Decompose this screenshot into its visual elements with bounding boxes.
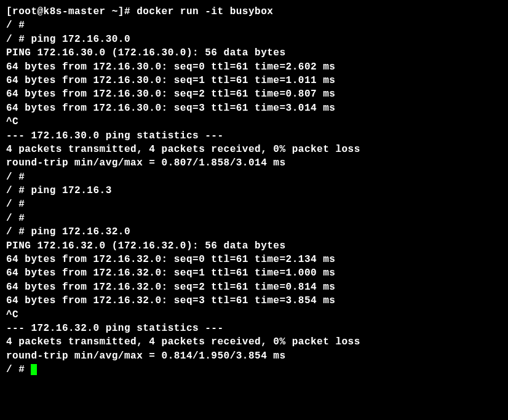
interrupt: ^C	[6, 308, 502, 322]
docker-command: docker run -it busybox	[137, 6, 273, 17]
shell-prompt-line: / #	[6, 197, 502, 211]
ping-reply: 64 bytes from 172.16.32.0: seq=3 ttl=61 …	[6, 294, 502, 307]
ping-reply: 64 bytes from 172.16.30.0: seq=0 ttl=61 …	[6, 60, 502, 74]
host-prompt-line: [root@k8s-master ~]# docker run -it busy…	[6, 5, 502, 18]
ping-reply: 64 bytes from 172.16.30.0: seq=2 ttl=61 …	[6, 87, 502, 101]
cursor	[31, 364, 37, 375]
ping-stats-header: --- 172.16.32.0 ping statistics ---	[6, 322, 502, 335]
ping-reply: 64 bytes from 172.16.30.0: seq=3 ttl=61 …	[6, 101, 502, 115]
interrupt: ^C	[6, 115, 502, 129]
ping-stats-packets: 4 packets transmitted, 4 packets receive…	[6, 335, 502, 349]
host-prompt: [root@k8s-master ~]#	[6, 6, 137, 17]
ping-command: ping 172.16.30.0	[31, 34, 130, 45]
shell-prompt-line: / # ping 172.16.30.0	[6, 33, 502, 46]
ping-header: PING 172.16.30.0 (172.16.30.0): 56 data …	[6, 46, 502, 60]
ping-reply: 64 bytes from 172.16.30.0: seq=1 ttl=61 …	[6, 74, 502, 87]
shell-prompt-line: / # ping 172.16.3	[6, 184, 502, 197]
shell-prompt-line: / #	[6, 212, 502, 225]
ping-stats-header: --- 172.16.30.0 ping statistics ---	[6, 129, 502, 143]
ping-command-partial: ping 172.16.3	[31, 185, 111, 196]
ping-stats-rtt: round-trip min/avg/max = 0.807/1.858/3.0…	[6, 156, 502, 170]
ping-header: PING 172.16.32.0 (172.16.32.0): 56 data …	[6, 239, 502, 253]
ping-command: ping 172.16.32.0	[31, 226, 130, 237]
shell-prompt-line: / #	[6, 170, 502, 184]
ping-stats-packets: 4 packets transmitted, 4 packets receive…	[6, 143, 502, 156]
ping-stats-rtt: round-trip min/avg/max = 0.814/1.950/3.8…	[6, 349, 502, 363]
shell-prompt-line: / # ping 172.16.32.0	[6, 225, 502, 239]
shell-prompt-line: / #	[6, 18, 502, 32]
terminal-output[interactable]: [root@k8s-master ~]# docker run -it busy…	[6, 5, 502, 377]
ping-reply: 64 bytes from 172.16.32.0: seq=0 ttl=61 …	[6, 253, 502, 266]
shell-prompt-line: / #	[6, 363, 502, 376]
ping-reply: 64 bytes from 172.16.32.0: seq=2 ttl=61 …	[6, 280, 502, 294]
ping-reply: 64 bytes from 172.16.32.0: seq=1 ttl=61 …	[6, 266, 502, 280]
